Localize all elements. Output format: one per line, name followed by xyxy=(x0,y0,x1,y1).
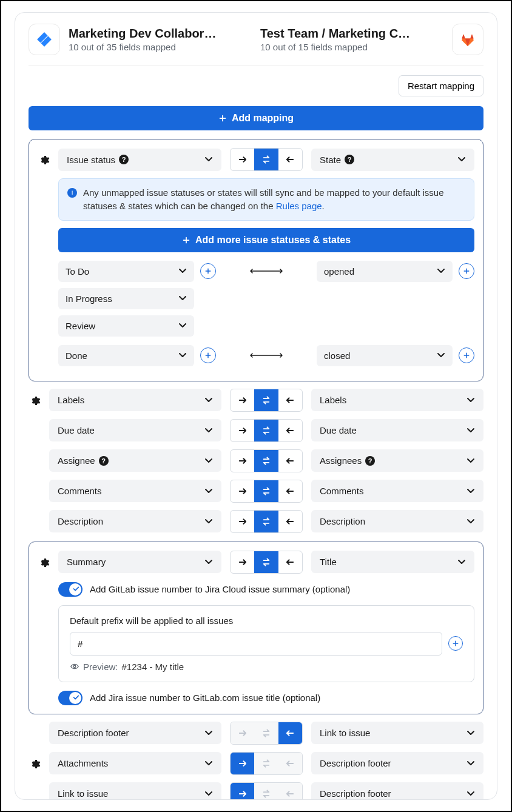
direction-both[interactable] xyxy=(254,511,278,532)
info-banner: i Any unmapped issue statuses or states … xyxy=(58,178,474,221)
status-dropdown[interactable]: In Progress xyxy=(58,288,194,309)
direction-both[interactable] xyxy=(254,480,278,502)
direction-toggle[interactable] xyxy=(230,510,303,533)
direction-right[interactable] xyxy=(231,511,254,532)
prefix-input[interactable] xyxy=(70,632,442,656)
direction-toggle[interactable] xyxy=(230,389,303,412)
direction-toggle[interactable] xyxy=(230,419,303,442)
info-icon: i xyxy=(67,188,77,198)
help-icon[interactable]: ? xyxy=(99,456,109,466)
toggle-gitlab-issue-number[interactable] xyxy=(58,582,83,597)
left-field-dropdown[interactable]: Description footer xyxy=(49,722,221,744)
summary-panel: Summary Title Add GitLab issue number to… xyxy=(29,542,483,714)
right-field-dropdown[interactable]: Comments xyxy=(311,480,483,502)
right-connection-sub: 10 out of 15 fields mapped xyxy=(260,42,443,52)
direction-toggle[interactable] xyxy=(230,148,303,171)
direction-right[interactable] xyxy=(231,753,254,774)
gear-icon[interactable] xyxy=(38,153,50,166)
add-mapping-button[interactable]: Add mapping xyxy=(29,106,483,130)
left-field-dropdown[interactable]: Summary xyxy=(58,551,221,573)
left-field-dropdown[interactable]: Attachments xyxy=(49,752,221,774)
help-icon[interactable]: ? xyxy=(365,456,375,466)
direction-both[interactable] xyxy=(254,450,278,472)
direction-right[interactable] xyxy=(231,783,254,800)
right-field-dropdown[interactable]: Due date xyxy=(311,419,483,441)
left-field-dropdown[interactable]: Link to issue xyxy=(49,782,221,800)
prefix-card: Default prefix will be applied to all is… xyxy=(58,605,474,682)
status-dropdown[interactable]: closed xyxy=(317,345,453,366)
direction-right[interactable] xyxy=(231,420,254,441)
direction-right[interactable] xyxy=(231,551,254,573)
chevron-down-icon xyxy=(467,759,475,768)
status-dropdown[interactable]: Review xyxy=(58,315,194,337)
gitlab-app-icon xyxy=(452,24,483,55)
right-field-dropdown[interactable]: Labels xyxy=(311,389,483,411)
right-field-dropdown[interactable]: Assignees? xyxy=(311,449,483,472)
left-field-dropdown[interactable]: Assignee? xyxy=(49,449,221,472)
left-field-dropdown[interactable]: Issue status? xyxy=(58,149,221,171)
eye-icon xyxy=(70,662,79,671)
chevron-down-icon xyxy=(204,729,213,737)
left-field-dropdown[interactable]: Due date xyxy=(49,419,221,441)
left-field-dropdown[interactable]: Description xyxy=(49,510,221,532)
chevron-down-icon xyxy=(204,155,213,164)
direction-left[interactable] xyxy=(278,753,302,774)
direction-right[interactable] xyxy=(231,389,254,411)
right-field-dropdown[interactable]: Title xyxy=(311,551,474,573)
right-field-dropdown[interactable]: Description xyxy=(311,510,483,532)
chevron-down-icon xyxy=(204,426,213,435)
direction-right[interactable] xyxy=(231,149,254,170)
gear-icon[interactable] xyxy=(29,394,41,406)
field-label: Description xyxy=(58,516,103,526)
direction-toggle[interactable] xyxy=(230,722,303,745)
gear-icon[interactable] xyxy=(38,556,50,568)
direction-left[interactable] xyxy=(278,480,302,502)
direction-both[interactable] xyxy=(254,420,278,441)
right-field-dropdown[interactable]: State? xyxy=(311,149,474,171)
chevron-down-icon xyxy=(457,155,466,164)
add-status-button[interactable] xyxy=(459,263,474,279)
direction-toggle[interactable] xyxy=(230,782,303,800)
direction-left[interactable] xyxy=(278,783,302,800)
left-field-dropdown[interactable]: Comments xyxy=(49,480,221,502)
direction-left[interactable] xyxy=(278,511,302,532)
rules-page-link[interactable]: Rules page xyxy=(276,201,322,211)
help-icon[interactable]: ? xyxy=(345,155,354,164)
add-status-button[interactable] xyxy=(459,347,474,363)
status-dropdown[interactable]: Done xyxy=(58,345,194,366)
direction-left[interactable] xyxy=(278,450,302,472)
chevron-down-icon xyxy=(204,396,213,404)
left-field-dropdown[interactable]: Labels xyxy=(49,389,221,411)
direction-right[interactable] xyxy=(231,450,254,472)
right-field-dropdown[interactable]: Description footer xyxy=(311,782,483,800)
direction-left[interactable] xyxy=(278,420,302,441)
restart-mapping-button[interactable]: Restart mapping xyxy=(399,75,483,96)
add-status-button[interactable] xyxy=(200,347,216,363)
direction-toggle[interactable] xyxy=(230,449,303,472)
direction-toggle[interactable] xyxy=(230,551,303,574)
direction-both[interactable] xyxy=(254,389,278,411)
direction-both[interactable] xyxy=(254,149,278,170)
direction-left[interactable] xyxy=(278,389,302,411)
direction-both[interactable] xyxy=(254,551,278,573)
right-field-dropdown[interactable]: Link to issue xyxy=(311,722,483,744)
direction-right[interactable] xyxy=(231,480,254,502)
right-field-dropdown[interactable]: Description footer xyxy=(311,752,483,774)
chevron-down-icon xyxy=(467,790,475,798)
add-prefix-button[interactable] xyxy=(448,636,463,651)
direction-toggle[interactable] xyxy=(230,480,303,503)
direction-left[interactable] xyxy=(278,722,302,744)
toggle-jira-issue-number[interactable] xyxy=(58,691,83,705)
add-more-statuses-button[interactable]: Add more issue statuses & states xyxy=(58,228,474,252)
direction-left[interactable] xyxy=(278,149,302,170)
status-dropdown[interactable]: To Do xyxy=(58,261,194,282)
gear-icon[interactable] xyxy=(29,757,41,770)
direction-right[interactable] xyxy=(231,722,254,744)
direction-left[interactable] xyxy=(278,551,302,573)
direction-toggle[interactable] xyxy=(230,752,303,775)
mapping-row: Comments Comments xyxy=(29,480,483,503)
add-status-button[interactable] xyxy=(200,263,216,279)
status-dropdown[interactable]: opened xyxy=(317,261,453,282)
help-icon[interactable]: ? xyxy=(119,155,129,164)
info-text: Any unmapped issue statuses or states wi… xyxy=(83,187,444,211)
